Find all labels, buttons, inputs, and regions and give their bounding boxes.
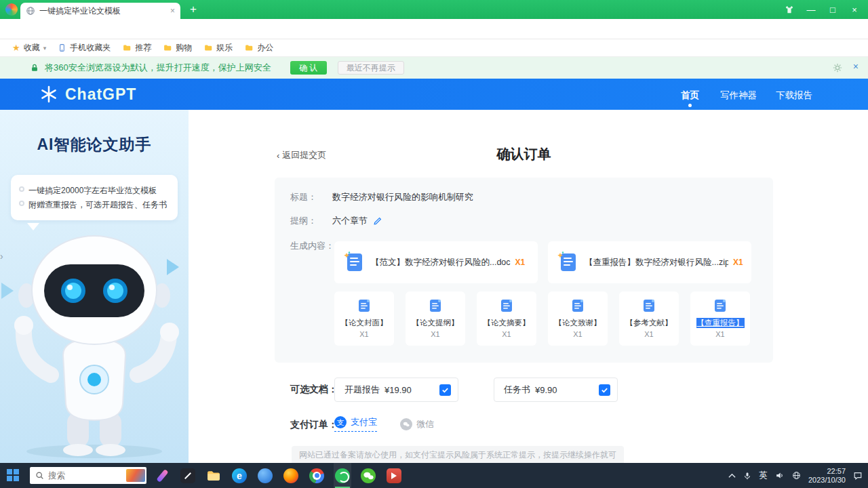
nav-home[interactable]: 首页	[681, 89, 699, 102]
minimize-button[interactable]: —	[800, 0, 822, 19]
taskbar-clock[interactable]: 22:57 2023/10/30	[808, 467, 846, 485]
clock-time: 22:57	[827, 467, 846, 476]
content-label-row: 生成内容：	[290, 240, 334, 252]
optional-task-book[interactable]: 任务书 ¥9.90	[494, 378, 618, 402]
bookmark-folder-shopping[interactable]: 购物	[163, 42, 192, 54]
browser-app-icon[interactable]	[256, 463, 274, 488]
optional-name: 任务书	[504, 384, 530, 396]
edge-icon[interactable]: e	[231, 463, 248, 488]
taskbar-search-input[interactable]	[48, 471, 116, 481]
bookmark-folder-recommend[interactable]: 推荐	[122, 42, 151, 54]
item-cover[interactable]: 【论文封面】 X1	[334, 291, 394, 346]
dismiss-recently-button[interactable]: 最近不再提示	[338, 61, 404, 75]
browser-titlebar: 一键搞定毕业论文模板 × + — □ ×	[0, 0, 868, 19]
notice-close-icon[interactable]: ×	[853, 61, 859, 72]
item-qty: X1	[644, 330, 653, 338]
nav-writing-tool[interactable]: 写作神器	[720, 89, 757, 102]
bullet-icon	[19, 186, 24, 192]
optional-price: ¥9.90	[535, 385, 557, 395]
pen-tool-icon[interactable]	[153, 463, 171, 488]
network-icon[interactable]	[792, 471, 801, 480]
taskbar-search-box[interactable]	[30, 467, 146, 484]
file-explorer-icon[interactable]	[205, 463, 222, 488]
bookmark-mobile-favorites[interactable]: 手机收藏夹	[58, 42, 111, 54]
bookmark-folder-office[interactable]: 办公	[244, 42, 273, 54]
notice-text: 将360安全浏览器设为默认，提升打开速度，保护上网安全	[45, 62, 271, 74]
browser-toolbar: https://www.aicheck.cc/aiessay/pay?title…	[0, 19, 868, 39]
editor-app-icon[interactable]	[179, 463, 197, 488]
item-qty: X1	[502, 330, 511, 338]
theme-skin-icon[interactable]	[778, 0, 800, 19]
lock-icon	[30, 63, 39, 73]
openai-logo-icon	[39, 85, 58, 104]
tray-chevron-up-icon[interactable]	[728, 473, 736, 479]
site-header: ChatGPT 首页 写作神器 下载报告	[0, 79, 868, 110]
sidebar-collapse-handle[interactable]: ›	[0, 251, 3, 262]
browser-360-icon[interactable]	[334, 463, 351, 488]
maximize-button[interactable]: □	[822, 0, 844, 19]
windows-taskbar: e 英 22:57 2023/10/30	[0, 463, 868, 488]
wechat-pay-option[interactable]: 微信	[400, 418, 434, 430]
item-abstract[interactable]: 【论文摘要】 X1	[477, 291, 536, 346]
file-qty: X1	[515, 258, 526, 267]
checkbox-checked[interactable]	[599, 384, 610, 396]
file-item-essay[interactable]: 【范文】数字经济对银行风险的...doc X1	[334, 241, 538, 283]
file-qty: X1	[733, 258, 743, 267]
bookmark-folder-entertainment[interactable]: 娱乐	[203, 42, 233, 54]
browser-tab[interactable]: 一键搞定毕业论文模板 ×	[20, 3, 180, 19]
start-button[interactable]	[7, 469, 19, 481]
item-acknowledgement[interactable]: 【论文致谢】 X1	[548, 291, 608, 346]
clock-date: 2023/10/30	[808, 476, 846, 485]
mic-icon[interactable]	[743, 471, 751, 481]
item-outline[interactable]: 【论文提纲】 X1	[406, 291, 465, 346]
file-item-plagiarism-report[interactable]: 【查重报告】数字经济对银行风险...zip X1	[548, 241, 751, 283]
search-highlight-image[interactable]	[126, 469, 145, 482]
optional-docs-row: 开题报告 ¥19.90 任务书 ¥9.90	[334, 378, 618, 402]
order-summary-card: 标题： 数字经济对银行风险的影响机制研究 提纲： 六个章节 生成内容： 【范文】…	[275, 178, 773, 363]
payment-methods-row: 支 支付宝 微信	[334, 416, 434, 432]
doc-icon	[570, 298, 585, 313]
optional-docs-label: 可选文档：	[290, 384, 338, 396]
feature-text: 附赠查重报告，可选开题报告、任务书	[28, 199, 167, 210]
nav-download-report[interactable]: 下载报告	[776, 89, 812, 102]
wechat-icon[interactable]	[359, 463, 377, 488]
item-name: 【论文提纲】	[412, 318, 459, 328]
edit-outline-pencil-icon[interactable]	[373, 216, 382, 226]
browser-logo-icon[interactable]	[5, 3, 18, 16]
brand-name: ChatGPT	[65, 85, 136, 104]
doc-icon	[428, 298, 443, 313]
item-qty: X1	[431, 330, 439, 338]
item-qty: X1	[573, 330, 582, 338]
notice-settings-gear-icon[interactable]	[833, 63, 842, 73]
site-brand[interactable]: ChatGPT	[39, 85, 136, 104]
optional-proposal-report[interactable]: 开题报告 ¥19.90	[334, 378, 458, 402]
file-name: 【范文】数字经济对银行风险的...doc	[371, 257, 511, 268]
volume-icon[interactable]	[775, 471, 785, 480]
item-name-highlighted: 【查重报告】	[696, 318, 745, 328]
confirm-default-button[interactable]: 确 认	[290, 61, 327, 75]
zip-file-icon	[556, 251, 579, 274]
chrome-icon[interactable]	[308, 463, 326, 488]
filing-notice-text: 网站已通过备案请放心使用，如支付宝提示风险属于系统正常提示，按提示继续操作就可	[292, 446, 624, 463]
system-tray: 英 22:57 2023/10/30	[728, 463, 865, 488]
firefox-icon[interactable]	[282, 463, 300, 488]
close-window-button[interactable]: ×	[844, 0, 865, 19]
action-center-icon[interactable]	[853, 471, 863, 481]
tab-close-icon[interactable]: ×	[170, 6, 175, 16]
language-indicator[interactable]: 英	[759, 470, 768, 481]
item-plagiarism-report[interactable]: 【查重报告】 X1	[690, 291, 750, 346]
bookmark-label: 娱乐	[216, 42, 233, 54]
doc-icon	[713, 298, 728, 313]
item-references[interactable]: 【参考文献】 X1	[619, 291, 679, 346]
bookmarks-bar: ★ 收藏 ▾ 手机收藏夹 推荐 购物 娱乐 办公	[0, 39, 868, 57]
included-items-row: 【论文封面】 X1 【论文提纲】 X1 【论文摘要】 X1 【论文致谢】 X1	[334, 291, 750, 346]
new-tab-button[interactable]: +	[186, 2, 201, 17]
alipay-option[interactable]: 支 支付宝	[334, 416, 377, 432]
title-value: 数字经济对银行风险的影响机制研究	[332, 191, 473, 203]
bookmark-label: 推荐	[135, 42, 151, 54]
media-app-icon[interactable]	[385, 463, 403, 488]
checkbox-checked[interactable]	[439, 384, 451, 396]
sidebar: AI智能论文助手 一键搞定20000字左右毕业范文模板 附赠查重报告，可选开题报…	[0, 110, 189, 463]
bookmark-favorites[interactable]: ★ 收藏 ▾	[12, 42, 46, 54]
caret-down-icon: ▾	[43, 45, 47, 52]
